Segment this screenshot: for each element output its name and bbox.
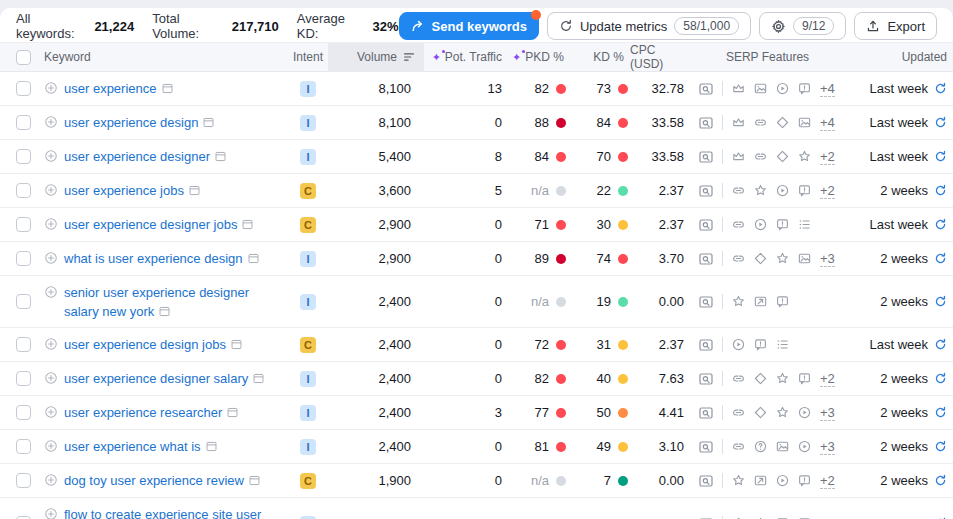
refresh-metrics-icon[interactable] [934, 252, 947, 265]
serp-more-link[interactable]: +2 [820, 371, 835, 387]
serp-more-link[interactable]: +2 [820, 473, 835, 489]
intent-badge[interactable]: I [300, 439, 316, 455]
add-keyword-icon[interactable] [44, 371, 58, 385]
serp-snippet-icon[interactable] [214, 150, 227, 163]
column-cpc[interactable]: CPC (USD) [630, 43, 690, 71]
refresh-metrics-icon[interactable] [934, 338, 947, 351]
row-checkbox[interactable] [16, 473, 31, 488]
row-checkbox[interactable] [16, 337, 31, 352]
keyword-link[interactable]: user experience designer jobs [64, 217, 237, 232]
refresh-metrics-icon[interactable] [934, 440, 947, 453]
add-keyword-icon[interactable] [44, 149, 58, 163]
serp-snippet-icon[interactable] [248, 474, 261, 487]
row-checkbox[interactable] [16, 149, 31, 164]
keyword-link[interactable]: user experience jobs [64, 183, 184, 198]
column-keyword[interactable]: Keyword [38, 43, 288, 71]
refresh-metrics-icon[interactable] [934, 295, 947, 308]
serp-preview-icon[interactable] [698, 294, 714, 310]
serp-snippet-icon[interactable] [241, 218, 254, 231]
keyword-link[interactable]: senior user experience designer salary n… [64, 285, 249, 319]
row-checkbox[interactable] [16, 439, 31, 454]
column-updated[interactable]: Updated [845, 43, 953, 71]
column-volume[interactable]: Volume [328, 43, 424, 71]
refresh-metrics-icon[interactable] [934, 150, 947, 163]
keyword-link[interactable]: user experience what is [64, 439, 201, 454]
column-pot-traffic[interactable]: ✦ Pot. Traffic [424, 43, 510, 71]
serp-snippet-icon[interactable] [205, 440, 218, 453]
serp-more-link[interactable]: +3 [820, 405, 835, 421]
row-checkbox[interactable] [16, 371, 31, 386]
add-keyword-icon[interactable] [44, 217, 58, 231]
intent-badge[interactable]: I [300, 81, 316, 97]
serp-more-link[interactable]: +2 [820, 149, 835, 165]
add-keyword-icon[interactable] [44, 439, 58, 453]
row-checkbox[interactable] [16, 251, 31, 266]
refresh-metrics-icon[interactable] [934, 474, 947, 487]
settings-button[interactable]: 9/12 [759, 12, 846, 40]
intent-badge[interactable]: I [300, 371, 316, 387]
refresh-metrics-icon[interactable] [934, 372, 947, 385]
intent-badge[interactable]: C [300, 473, 316, 489]
intent-badge[interactable]: C [300, 183, 316, 199]
export-button[interactable]: Export [854, 12, 937, 40]
keyword-link[interactable]: user experience designer [64, 149, 210, 164]
refresh-metrics-icon[interactable] [934, 82, 947, 95]
serp-preview-icon[interactable] [698, 251, 714, 267]
row-checkbox[interactable] [16, 81, 31, 96]
serp-snippet-icon[interactable] [252, 372, 265, 385]
serp-preview-icon[interactable] [698, 439, 714, 455]
refresh-metrics-icon[interactable] [934, 116, 947, 129]
intent-badge[interactable]: C [300, 217, 316, 233]
serp-preview-icon[interactable] [698, 516, 714, 519]
column-kd[interactable]: KD % [568, 43, 630, 71]
refresh-metrics-icon[interactable] [934, 184, 947, 197]
serp-more-link[interactable]: +3 [820, 439, 835, 455]
serp-preview-icon[interactable] [698, 115, 714, 131]
intent-badge[interactable]: I [300, 251, 316, 267]
keyword-link[interactable]: flow to create experience site user [64, 507, 261, 519]
keyword-link[interactable]: user experience researcher [64, 405, 222, 420]
add-keyword-icon[interactable] [44, 473, 58, 487]
add-keyword-icon[interactable] [44, 405, 58, 419]
add-keyword-icon[interactable] [44, 337, 58, 351]
serp-snippet-icon[interactable] [247, 252, 260, 265]
serp-preview-icon[interactable] [698, 81, 714, 97]
row-checkbox[interactable] [16, 115, 31, 130]
intent-badge[interactable]: I [300, 405, 316, 421]
select-all-checkbox[interactable] [16, 50, 31, 65]
serp-more-link[interactable]: +2 [820, 183, 835, 199]
row-checkbox[interactable] [16, 217, 31, 232]
intent-badge[interactable]: I [300, 149, 316, 165]
serp-snippet-icon[interactable] [226, 406, 239, 419]
add-keyword-icon[interactable] [44, 251, 58, 265]
update-metrics-button[interactable]: Update metrics 58/1,000 [547, 12, 751, 40]
serp-snippet-icon[interactable] [161, 82, 174, 95]
keyword-link[interactable]: user experience designer salary [64, 371, 248, 386]
add-keyword-icon[interactable] [44, 115, 58, 129]
serp-preview-icon[interactable] [698, 183, 714, 199]
column-intent[interactable]: Intent [288, 43, 328, 71]
serp-preview-icon[interactable] [698, 217, 714, 233]
intent-badge[interactable]: C [300, 337, 316, 353]
serp-preview-icon[interactable] [698, 473, 714, 489]
keyword-link[interactable]: user experience [64, 81, 157, 96]
serp-more-link[interactable]: +3 [820, 251, 835, 267]
row-checkbox[interactable] [16, 183, 31, 198]
add-keyword-icon[interactable] [44, 183, 58, 197]
refresh-metrics-icon[interactable] [934, 406, 947, 419]
intent-badge[interactable]: I [300, 115, 316, 131]
add-keyword-icon[interactable] [44, 81, 58, 95]
intent-badge[interactable]: I [300, 516, 316, 519]
serp-preview-icon[interactable] [698, 337, 714, 353]
keyword-link[interactable]: what is user experience design [64, 251, 243, 266]
serp-snippet-icon[interactable] [202, 116, 215, 129]
serp-preview-icon[interactable] [698, 149, 714, 165]
serp-more-link[interactable]: +4 [820, 81, 835, 97]
serp-snippet-icon[interactable] [158, 305, 171, 318]
row-checkbox[interactable] [16, 405, 31, 420]
intent-badge[interactable]: I [300, 294, 316, 310]
serp-snippet-icon[interactable] [230, 338, 243, 351]
serp-preview-icon[interactable] [698, 405, 714, 421]
keyword-link[interactable]: user experience design [64, 115, 198, 130]
row-checkbox[interactable] [16, 294, 31, 309]
